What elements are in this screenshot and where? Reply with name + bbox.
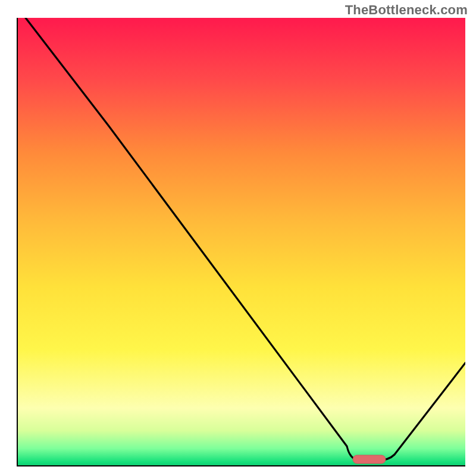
optimal-marker: [353, 455, 386, 464]
plot-area: [17, 18, 465, 466]
chart-container: TheBottleneck.com: [0, 0, 476, 476]
chart-overlay: [17, 18, 465, 466]
watermark-text: TheBottleneck.com: [345, 2, 468, 18]
bottleneck-curve: [26, 18, 465, 461]
